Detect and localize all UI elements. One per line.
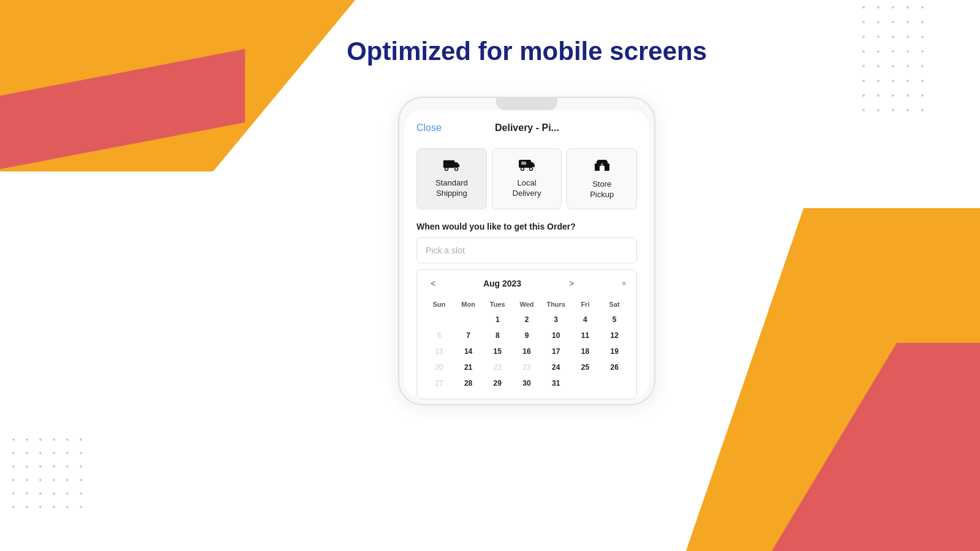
calendar-day-headers: Sun Mon Tues Wed Thurs Fri Sat [424, 297, 629, 312]
cal-day-7[interactable]: 7 [454, 328, 483, 343]
day-header-mon: Mon [454, 297, 483, 312]
cal-day-13: 13 [424, 343, 454, 359]
phone-mockup: Close Delivery - Pi... StandardShi [398, 97, 655, 405]
cal-day-empty [424, 312, 454, 328]
svg-rect-10 [601, 163, 603, 166]
standard-shipping-icon [443, 157, 460, 173]
calendar-grid: Sun Mon Tues Wed Thurs Fri Sat 1 2 [424, 297, 629, 391]
cal-day-empty [600, 375, 629, 391]
dots-pattern-bottom-left [12, 438, 88, 514]
cal-day-29[interactable]: 29 [483, 375, 512, 391]
cal-day-5[interactable]: 5 [600, 312, 629, 328]
order-question: When would you like to get this Order? [417, 222, 637, 231]
cal-day-14[interactable]: 14 [454, 343, 483, 359]
phone-header: Close Delivery - Pi... [417, 122, 637, 133]
calendar: < Aug 2023 > × Sun Mon Tues Wed Thurs Fr… [417, 269, 637, 399]
cal-day-20: 20 [424, 359, 454, 375]
calendar-week-3: 13 14 15 16 17 18 19 [424, 343, 629, 359]
day-header-sat: Sat [600, 297, 629, 312]
prev-month-button[interactable]: < [427, 277, 439, 290]
svg-point-4 [521, 168, 524, 171]
page-title: Optimized for mobile screens [347, 37, 707, 66]
svg-point-2 [455, 168, 458, 171]
standard-shipping-option[interactable]: StandardShipping [417, 148, 487, 209]
cal-day-22: 22 [483, 359, 512, 375]
screen-title: Delivery - Pi... [495, 122, 559, 133]
store-pickup-label: StorePickup [590, 179, 614, 200]
calendar-close-button[interactable]: × [622, 279, 627, 288]
cal-day-11[interactable]: 11 [571, 328, 600, 343]
cal-day-9[interactable]: 9 [512, 328, 541, 343]
close-button[interactable]: Close [417, 122, 442, 133]
day-header-wed: Wed [512, 297, 541, 312]
calendar-header: < Aug 2023 > × [424, 277, 629, 290]
cal-day-2[interactable]: 2 [512, 312, 541, 328]
cal-day-18[interactable]: 18 [571, 343, 600, 359]
phone-notch [496, 98, 557, 110]
day-header-tues: Tues [483, 297, 512, 312]
cal-day-24[interactable]: 24 [541, 359, 571, 375]
cal-day-25[interactable]: 25 [571, 359, 600, 375]
cal-day-12[interactable]: 12 [600, 328, 629, 343]
next-month-button[interactable]: > [565, 277, 578, 290]
day-header-fri: Fri [571, 297, 600, 312]
svg-rect-9 [600, 166, 605, 171]
delivery-options: StandardShipping LocalDelivery [417, 148, 637, 209]
local-delivery-icon [518, 157, 535, 173]
slot-picker[interactable]: Pick a slot [417, 238, 637, 263]
store-pickup-option[interactable]: StorePickup [567, 148, 637, 209]
dots-pattern-top-right [862, 6, 931, 119]
cal-day-6: 6 [424, 328, 454, 343]
cal-day-23: 23 [512, 359, 541, 375]
cal-day-15[interactable]: 15 [483, 343, 512, 359]
main-content: Optimized for mobile screens Close Deliv… [233, 0, 821, 551]
cal-day-30[interactable]: 30 [512, 375, 541, 391]
cal-day-26[interactable]: 26 [600, 359, 629, 375]
calendar-week-1: 1 2 3 4 5 [424, 312, 629, 328]
cal-day-17[interactable]: 17 [541, 343, 571, 359]
month-label: Aug 2023 [483, 279, 521, 288]
cal-day-28[interactable]: 28 [454, 375, 483, 391]
cal-day-empty [571, 375, 600, 391]
phone-inner: Close Delivery - Pi... StandardShi [404, 110, 649, 399]
calendar-week-2: 6 7 8 9 10 11 12 [424, 328, 629, 343]
cal-day-4[interactable]: 4 [571, 312, 600, 328]
store-pickup-icon [594, 157, 611, 174]
cal-day-19[interactable]: 19 [600, 343, 629, 359]
day-header-sun: Sun [424, 297, 454, 312]
cal-day-16[interactable]: 16 [512, 343, 541, 359]
svg-rect-0 [443, 160, 454, 168]
svg-rect-6 [521, 162, 526, 165]
day-header-thurs: Thurs [541, 297, 571, 312]
cal-day-10[interactable]: 10 [541, 328, 571, 343]
cal-day-27: 27 [424, 375, 454, 391]
calendar-week-4: 20 21 22 23 24 25 26 [424, 359, 629, 375]
svg-point-1 [445, 168, 448, 171]
local-delivery-option[interactable]: LocalDelivery [492, 148, 562, 209]
cal-day-3[interactable]: 3 [541, 312, 571, 328]
cal-day-8[interactable]: 8 [483, 328, 512, 343]
cal-day-21[interactable]: 21 [454, 359, 483, 375]
local-delivery-label: LocalDelivery [513, 178, 541, 199]
calendar-week-5: 27 28 29 30 31 [424, 375, 629, 391]
cal-day-1[interactable]: 1 [483, 312, 512, 328]
svg-point-5 [530, 168, 533, 171]
cal-day-31[interactable]: 31 [541, 375, 571, 391]
cal-day-empty [454, 312, 483, 328]
standard-shipping-label: StandardShipping [435, 178, 468, 199]
